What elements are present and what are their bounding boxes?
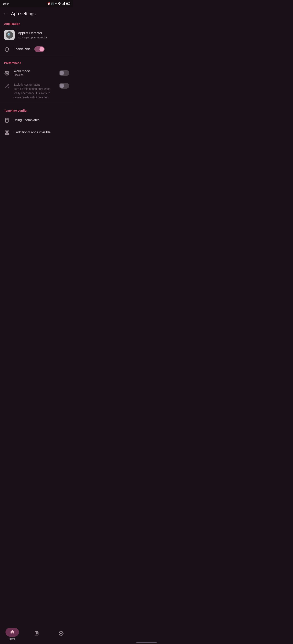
enable-hide-toggle[interactable] xyxy=(34,46,45,52)
main-content: Application 🔍 Applist Detector icu.nullp… xyxy=(0,20,73,157)
svg-rect-6 xyxy=(66,3,68,4)
toggle-knob-work xyxy=(60,71,64,75)
toggle-knob-exclude xyxy=(60,84,64,88)
exclude-system-apps-row[interactable]: Exclude system apps Turn off this option… xyxy=(0,79,73,103)
app-details: Applist Detector icu.nullptr.applistdete… xyxy=(18,31,47,39)
grid-icon xyxy=(4,130,10,135)
divider-2 xyxy=(0,104,73,104)
wifi-icon xyxy=(58,2,61,5)
svg-rect-3 xyxy=(64,3,64,5)
svg-rect-16 xyxy=(5,131,6,132)
exclude-system-description: Turn off this option only when really ne… xyxy=(14,87,51,99)
svg-rect-15 xyxy=(6,118,8,119)
nav-settings[interactable] xyxy=(53,631,69,637)
work-mode-toggle[interactable] xyxy=(59,70,69,76)
svg-rect-17 xyxy=(7,131,8,132)
svg-point-30 xyxy=(61,633,62,634)
work-mode-content: Work mode Blacklist xyxy=(14,69,55,76)
page-title: App settings xyxy=(11,11,36,16)
svg-point-8 xyxy=(6,72,8,74)
gear-icon xyxy=(4,71,10,76)
additional-apps-label: 3 additional apps invisible xyxy=(14,130,51,134)
bottom-nav: Home xyxy=(0,626,73,644)
nav-home[interactable]: Home xyxy=(4,628,20,640)
home-icon xyxy=(10,630,15,635)
shield-icon xyxy=(4,47,10,52)
app-package: icu.nullptr.applistdetector xyxy=(18,36,47,39)
svg-rect-24 xyxy=(8,134,9,134)
exclude-system-content: Exclude system apps Turn off this option… xyxy=(14,82,55,100)
svg-rect-23 xyxy=(7,134,8,134)
toggle-knob xyxy=(40,47,44,52)
work-mode-row[interactable]: Work mode Blacklist xyxy=(0,66,73,79)
vibrate-icon: 📳 xyxy=(51,2,54,5)
enable-hide-row[interactable]: Enable hide xyxy=(0,43,73,55)
app-name: Applist Detector xyxy=(18,31,47,35)
svg-rect-18 xyxy=(8,131,9,132)
svg-rect-19 xyxy=(5,132,6,133)
svg-rect-4 xyxy=(64,2,65,5)
clipboard-icon xyxy=(4,118,10,123)
enable-hide-label: Enable hide xyxy=(14,47,31,51)
svg-rect-22 xyxy=(5,134,6,134)
status-icons: ⏰ 📳 ✱ xyxy=(47,2,70,5)
svg-rect-21 xyxy=(8,132,9,133)
svg-rect-2 xyxy=(63,3,63,5)
status-bar: 19:54 ⏰ 📳 ✱ xyxy=(0,0,73,7)
template-config-section-header: Template config xyxy=(0,105,73,114)
application-section-header: Application xyxy=(0,20,73,27)
preferences-label: Preferences xyxy=(4,62,21,65)
top-bar: ← App settings xyxy=(0,7,73,20)
template-config-label: Template config xyxy=(4,109,27,112)
home-bg xyxy=(6,628,19,637)
list-icon xyxy=(34,631,39,637)
using-templates-row[interactable]: Using 0 templates xyxy=(0,114,73,126)
exclude-system-desc: Exclude system apps Turn off this option… xyxy=(14,82,55,100)
app-icon: 🔍 xyxy=(4,30,15,40)
exclude-system-toggle[interactable] xyxy=(59,83,69,89)
using-templates-label: Using 0 templates xyxy=(14,118,40,122)
additional-apps-row[interactable]: 3 additional apps invisible xyxy=(0,126,73,138)
svg-rect-29 xyxy=(36,632,38,632)
back-button[interactable]: ← xyxy=(3,11,8,16)
split-icon xyxy=(4,83,10,89)
home-label: Home xyxy=(9,638,16,640)
exclude-system-label: Exclude system apps xyxy=(14,83,40,86)
app-icon-inner: 🔍 xyxy=(6,31,13,38)
nav-list[interactable] xyxy=(29,631,45,637)
search-icon: 🔍 xyxy=(7,33,12,37)
work-mode-label: Work mode xyxy=(14,69,55,73)
svg-rect-7 xyxy=(70,3,70,4)
application-label: Application xyxy=(4,22,20,26)
settings-icon xyxy=(59,631,64,637)
status-time: 19:54 xyxy=(3,2,10,5)
battery-icon xyxy=(66,2,70,5)
preferences-section-header: Preferences xyxy=(0,57,73,66)
bluetooth-icon: ✱ xyxy=(55,2,57,5)
svg-rect-20 xyxy=(7,132,8,133)
app-info-row: 🔍 Applist Detector icu.nullptr.applistde… xyxy=(0,27,73,43)
signal-icon xyxy=(62,2,65,5)
divider-1 xyxy=(0,56,73,56)
work-mode-sublabel: Blacklist xyxy=(14,74,55,76)
svg-point-0 xyxy=(59,4,60,4)
svg-rect-1 xyxy=(62,4,63,5)
alarm-icon: ⏰ xyxy=(47,2,50,5)
